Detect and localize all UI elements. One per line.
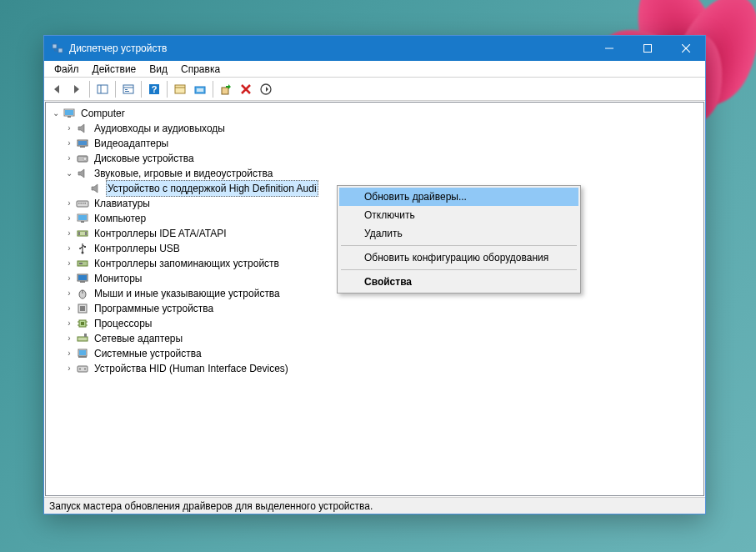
expander-icon[interactable]: ›: [63, 121, 76, 136]
expander-icon[interactable]: ›: [63, 196, 76, 211]
disable-button[interactable]: [257, 80, 275, 98]
storage-controller-icon: [76, 257, 89, 270]
window-title: Диспетчер устройств: [69, 43, 590, 54]
action-properties-button[interactable]: [171, 80, 189, 98]
svg-rect-29: [78, 203, 80, 204]
hid-icon: [76, 362, 89, 375]
speaker-icon: [76, 122, 89, 135]
svg-rect-17: [197, 88, 203, 92]
ctx-separator: [341, 269, 577, 270]
toolbar-separator: [213, 81, 213, 98]
tree-label-selected: Устройство с поддержкой High Definition …: [106, 180, 318, 197]
system-device-icon: [76, 347, 89, 360]
menu-action[interactable]: Действие: [86, 62, 143, 77]
expander-icon[interactable]: ›: [63, 346, 76, 361]
close-button[interactable]: [667, 36, 705, 61]
svg-rect-31: [83, 203, 84, 204]
tree-node-processors[interactable]: ›Процессоры: [46, 316, 703, 331]
expander-icon[interactable]: ›: [63, 241, 76, 256]
svg-rect-1: [58, 48, 63, 53]
display-adapter-icon: [76, 137, 89, 150]
svg-rect-24: [78, 141, 87, 145]
expander-icon[interactable]: ›: [63, 361, 76, 376]
ctx-scan-hardware[interactable]: Обновить конфигурацию оборудования: [339, 248, 578, 267]
expander-icon[interactable]: ›: [63, 211, 76, 226]
svg-rect-11: [125, 91, 129, 92]
software-device-icon: [76, 302, 89, 315]
svg-rect-25: [80, 146, 85, 148]
tree-node-video-adapters[interactable]: ›Видеоадаптеры: [46, 136, 703, 151]
tree-label: Мониторы: [93, 271, 143, 286]
svg-rect-30: [81, 203, 83, 204]
svg-rect-58: [84, 334, 87, 337]
keyboard-icon: [76, 197, 89, 210]
menubar: Файл Действие Вид Справка: [44, 61, 705, 78]
svg-point-27: [83, 158, 87, 161]
controller-icon: [76, 227, 89, 240]
monitor-icon: [76, 272, 89, 285]
tree-node-network-adapters[interactable]: ›Сетевые адаптеры: [46, 331, 703, 346]
uninstall-button[interactable]: [237, 80, 255, 98]
back-button[interactable]: [48, 80, 66, 98]
tree-node-audio-io[interactable]: ›Аудиовходы и аудиовыходы: [46, 121, 703, 136]
expander-icon[interactable]: ›: [63, 331, 76, 346]
properties-button[interactable]: [119, 80, 138, 98]
statusbar: Запуск мастера обновления драйверов для …: [44, 497, 705, 514]
tree-node-hid-devices[interactable]: ›Устройства HID (Human Interface Devices…: [46, 361, 703, 376]
svg-rect-43: [79, 263, 83, 264]
svg-point-39: [82, 252, 84, 254]
maximize-button[interactable]: [628, 36, 667, 61]
svg-rect-34: [78, 215, 87, 220]
expander-icon[interactable]: ›: [63, 151, 76, 166]
svg-rect-8: [123, 85, 133, 93]
app-icon: [51, 42, 64, 55]
forward-button[interactable]: [68, 80, 86, 98]
menu-file[interactable]: Файл: [48, 62, 86, 77]
computer-icon: [76, 212, 89, 225]
speaker-icon: [76, 167, 89, 180]
svg-rect-62: [78, 366, 88, 372]
help-button[interactable]: ?: [145, 80, 163, 98]
menu-help[interactable]: Справка: [174, 62, 227, 77]
tree-label: Сетевые адаптеры: [93, 331, 184, 346]
update-driver-button[interactable]: [217, 80, 235, 98]
toolbar-separator: [89, 81, 90, 98]
expander-icon[interactable]: ›: [63, 316, 76, 331]
minimize-button[interactable]: [590, 36, 628, 61]
svg-point-40: [79, 248, 81, 249]
expander-icon[interactable]: ⌄: [63, 166, 76, 181]
tree-label: Устройства HID (Human Interface Devices): [93, 361, 290, 376]
expander-icon[interactable]: ⌄: [49, 106, 63, 121]
tree-node-software-devices[interactable]: ›Программные устройства: [46, 301, 703, 316]
expander-icon[interactable]: ›: [63, 256, 76, 271]
tree-node-disk-devices[interactable]: ›Дисковые устройства: [46, 151, 703, 166]
svg-rect-60: [79, 350, 86, 355]
processor-icon: [76, 317, 89, 330]
ctx-update-drivers[interactable]: Обновить драйверы...: [339, 188, 578, 206]
svg-rect-18: [222, 88, 228, 94]
svg-rect-45: [78, 275, 87, 280]
tree-pane[interactable]: ⌄Computer ›Аудиовходы и аудиовыходы ›Вид…: [45, 102, 704, 496]
menu-view[interactable]: Вид: [143, 62, 174, 77]
ctx-disable[interactable]: Отключить: [339, 206, 578, 224]
scan-hardware-button[interactable]: [191, 80, 209, 98]
svg-rect-10: [125, 89, 128, 90]
mouse-icon: [76, 287, 89, 300]
expander-icon[interactable]: ›: [63, 271, 76, 286]
ctx-delete[interactable]: Удалить: [339, 224, 578, 243]
tree-node-system-devices[interactable]: ›Системные устройства: [46, 346, 703, 361]
titlebar[interactable]: Диспетчер устройств: [44, 36, 705, 61]
tree-node-root[interactable]: ⌄Computer: [46, 106, 703, 121]
speaker-icon: [89, 182, 103, 195]
toolbar-separator: [115, 81, 116, 98]
expander-icon[interactable]: ›: [63, 226, 76, 241]
tree-node-sound-game-video[interactable]: ⌄Звуковые, игровые и видеоустройства: [46, 166, 703, 181]
tree-label: Контроллеры запоминающих устройств: [93, 256, 281, 271]
ctx-properties[interactable]: Свойства: [339, 273, 578, 291]
show-hide-console-tree-button[interactable]: [93, 80, 112, 98]
expander-icon[interactable]: ›: [63, 136, 76, 151]
svg-rect-50: [80, 306, 85, 311]
expander-icon[interactable]: ›: [63, 301, 76, 316]
expander-icon[interactable]: ›: [63, 286, 76, 301]
svg-rect-6: [98, 85, 108, 93]
